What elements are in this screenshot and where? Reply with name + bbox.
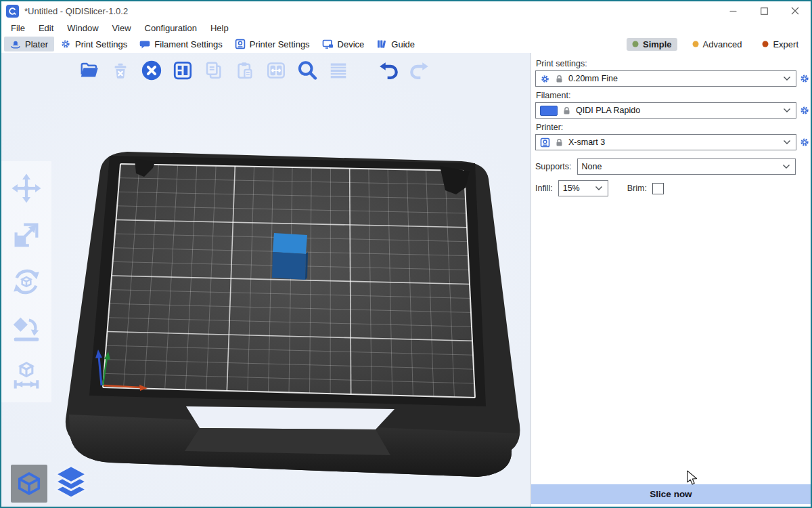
printer-select[interactable]: X-smart 3 xyxy=(535,134,796,150)
qidislicer-window: *Untitled - QIDISlicer-1.0.2 File Edit W… xyxy=(0,0,812,508)
handle-grip-bar xyxy=(185,428,390,455)
menu-help[interactable]: Help xyxy=(204,22,235,35)
variable-layer-height-button[interactable] xyxy=(325,57,352,84)
tab-label: Plater xyxy=(25,39,48,49)
tab-bar: Plater Print Settings Filament Settings … xyxy=(1,35,811,54)
brim-checkbox[interactable] xyxy=(652,183,664,194)
menu-file[interactable]: File xyxy=(4,22,32,35)
gear-icon xyxy=(540,74,550,84)
tab-label: Guide xyxy=(391,39,415,49)
plater-icon xyxy=(10,39,21,49)
filament-select[interactable]: QIDI PLA Rapido xyxy=(535,102,796,119)
tab-print-settings[interactable]: Print Settings xyxy=(54,37,133,51)
tab-label: Device xyxy=(338,39,365,49)
filament-label: Filament: xyxy=(536,91,811,100)
tab-plater[interactable]: Plater xyxy=(4,37,54,51)
print-settings-label: Print settings: xyxy=(536,59,811,68)
preview-layers-icon xyxy=(54,465,88,503)
gear-icon xyxy=(60,39,71,49)
search-button[interactable] xyxy=(294,57,321,84)
advanced-dot-icon xyxy=(692,41,699,47)
filament-icon xyxy=(139,39,150,49)
gear-icon xyxy=(799,105,810,116)
edit-print-settings-button[interactable] xyxy=(798,72,811,85)
rotate-button[interactable] xyxy=(9,265,43,299)
tab-filament-settings[interactable]: Filament Settings xyxy=(133,37,228,51)
supports-label: Supports: xyxy=(535,162,572,171)
tab-device[interactable]: Device xyxy=(316,37,371,51)
bed-surface xyxy=(103,164,475,398)
copy-button[interactable] xyxy=(200,57,227,84)
brim-label: Brim: xyxy=(627,184,647,193)
minimize-button[interactable] xyxy=(717,1,748,20)
redo-button[interactable] xyxy=(406,57,433,84)
scale-button[interactable] xyxy=(9,218,43,252)
model-cube[interactable] xyxy=(272,233,308,280)
undo-button[interactable] xyxy=(375,57,402,84)
lock-icon xyxy=(555,138,564,147)
mode-expert[interactable]: Expert xyxy=(757,38,804,51)
edit-filament-button[interactable] xyxy=(798,104,811,117)
slice-now-label: Slice now xyxy=(650,489,692,499)
gear-icon xyxy=(799,73,810,84)
move-button[interactable] xyxy=(9,171,43,205)
menu-window[interactable]: Window xyxy=(60,22,105,35)
printer-icon xyxy=(235,39,246,49)
maximize-button[interactable] xyxy=(748,1,780,20)
filament-color-swatch xyxy=(540,106,558,116)
place-on-face-button[interactable] xyxy=(9,312,43,345)
arrange-button[interactable] xyxy=(169,57,196,84)
edit-printer-button[interactable] xyxy=(798,135,811,149)
editor-3d-view-button[interactable] xyxy=(11,465,47,503)
tab-label: Filament Settings xyxy=(154,39,222,49)
close-button[interactable] xyxy=(780,1,811,20)
menu-view[interactable]: View xyxy=(106,22,138,35)
infill-value: 15% xyxy=(563,184,590,193)
tab-printer-settings[interactable]: Printer Settings xyxy=(229,37,316,51)
window-title: *Untitled - QIDISlicer-1.0.2 xyxy=(24,6,128,16)
filament-value: QIDI PLA Rapido xyxy=(576,106,778,115)
chevron-down-icon xyxy=(782,164,790,169)
infill-label: Infill: xyxy=(535,184,553,193)
slice-now-button[interactable]: Slice now xyxy=(531,484,811,504)
handle-slot xyxy=(186,406,394,429)
tab-guide[interactable]: Guide xyxy=(370,37,421,51)
mode-label: Advanced xyxy=(703,39,742,49)
lock-icon xyxy=(555,75,564,83)
delete-button[interactable] xyxy=(107,57,134,84)
chevron-down-icon xyxy=(595,186,603,191)
gizmo-toolbar xyxy=(1,161,51,402)
menu-bar: File Edit Window View Configuration Help xyxy=(1,20,811,35)
open-project-button[interactable] xyxy=(76,57,103,84)
mode-simple[interactable]: Simple xyxy=(627,38,677,51)
plater-toolbar xyxy=(76,57,433,84)
chevron-down-icon xyxy=(783,140,791,145)
menu-configuration[interactable]: Configuration xyxy=(138,22,204,35)
build-plate-scene xyxy=(1,53,532,508)
mode-advanced[interactable]: Advanced xyxy=(687,38,748,51)
mode-selector: Simple Advanced Expert xyxy=(627,38,811,51)
paste-button[interactable] xyxy=(231,57,258,84)
expert-dot-icon xyxy=(762,41,769,47)
settings-panel: Print settings: 0.20mm Fine Filament: QI… xyxy=(531,53,811,507)
printer-label: Printer: xyxy=(536,123,811,132)
mode-label: Expert xyxy=(773,39,798,49)
app-logo-icon xyxy=(6,5,19,18)
tab-label: Printer Settings xyxy=(250,39,310,49)
chevron-down-icon xyxy=(783,108,791,113)
mode-label: Simple xyxy=(643,39,672,49)
delete-all-button[interactable] xyxy=(138,57,165,84)
menu-edit[interactable]: Edit xyxy=(32,22,60,35)
supports-select[interactable]: None xyxy=(577,158,796,175)
supports-value: None xyxy=(582,162,777,171)
print-settings-select[interactable]: 0.20mm Fine xyxy=(535,70,796,87)
tab-label: Print Settings xyxy=(75,39,127,49)
view-toggle-bar xyxy=(11,465,89,503)
measure-button[interactable] xyxy=(9,358,43,392)
split-view-button[interactable] xyxy=(263,57,290,84)
preview-layers-button[interactable] xyxy=(53,465,89,503)
title-bar: *Untitled - QIDISlicer-1.0.2 xyxy=(1,1,811,20)
infill-select[interactable]: 15% xyxy=(558,180,608,196)
print-settings-value: 0.20mm Fine xyxy=(568,74,778,83)
viewport-3d[interactable] xyxy=(1,53,531,507)
